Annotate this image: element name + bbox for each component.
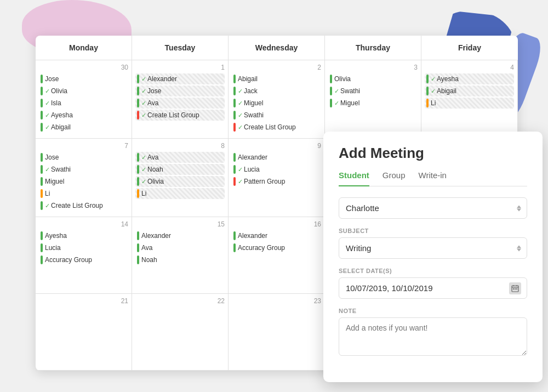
meeting-text: Abigail bbox=[238, 75, 258, 83]
calendar-icon[interactable] bbox=[509, 282, 521, 294]
meeting-indicator bbox=[137, 111, 139, 120]
meeting-item[interactable]: Accuracy Group bbox=[39, 254, 128, 265]
meeting-text: Create List Group bbox=[244, 123, 296, 131]
meeting-item[interactable]: ✓ Abigail bbox=[39, 122, 128, 133]
meeting-item[interactable]: Noah bbox=[135, 254, 225, 265]
meeting-text: Ava bbox=[147, 99, 158, 107]
svg-rect-6 bbox=[516, 288, 517, 289]
meeting-item[interactable]: ✓ Olivia bbox=[135, 176, 225, 187]
meeting-item[interactable]: Lucia bbox=[39, 242, 128, 253]
subject-select-wrapper[interactable]: Writing bbox=[339, 237, 527, 259]
meeting-item[interactable]: ✓ Ayesha bbox=[425, 73, 514, 84]
meeting-item[interactable]: ✓ Swathi bbox=[232, 110, 321, 121]
meeting-item[interactable]: Alexander bbox=[135, 230, 225, 241]
cal-day-w0-d4[interactable]: 4✓ Ayesha✓ AbigailLi bbox=[421, 60, 518, 139]
meeting-text: Lucia bbox=[244, 166, 260, 173]
meeting-item[interactable]: ✓ Create List Group bbox=[39, 200, 128, 211]
meeting-item[interactable]: Ava bbox=[135, 242, 225, 253]
dates-display[interactable]: 10/07/2019, 10/10/2019 bbox=[339, 278, 527, 298]
meeting-item[interactable]: ✓ Olivia bbox=[39, 86, 128, 96]
cal-day-w2-d0[interactable]: 14AyeshaLuciaAccuracy Group bbox=[36, 217, 132, 294]
subject-arrow-up-icon bbox=[517, 245, 521, 248]
meeting-item[interactable]: ✓ Jack bbox=[232, 86, 321, 96]
meeting-text: Abigail bbox=[51, 123, 71, 131]
note-textarea[interactable] bbox=[339, 317, 527, 356]
note-field: NOTE bbox=[339, 308, 527, 358]
cal-day-w1-d0[interactable]: 7Jose✓ SwathiMiguelLi✓ Create List Group bbox=[36, 139, 132, 217]
arrow-up-icon bbox=[517, 205, 521, 208]
meeting-item[interactable]: ✓ Jose bbox=[135, 86, 225, 96]
meeting-item[interactable]: Alexander bbox=[232, 230, 321, 241]
day-number: 23 bbox=[232, 297, 321, 305]
meeting-item[interactable]: Li bbox=[425, 98, 514, 109]
meeting-text: Accuracy Group bbox=[45, 256, 92, 264]
meeting-text: Ava bbox=[147, 154, 158, 161]
meeting-item[interactable]: ✓ Miguel bbox=[232, 98, 321, 109]
meeting-item[interactable]: Jose bbox=[39, 73, 128, 84]
checkmark-icon: ✓ bbox=[238, 166, 243, 173]
tab-group[interactable]: Group bbox=[383, 171, 406, 186]
cal-day-w1-d1[interactable]: 8✓ Ava✓ Noah✓ OliviaLi bbox=[132, 139, 229, 217]
cal-day-w0-d2[interactable]: 2Abigail✓ Jack✓ Miguel✓ Swathi✓ Create L… bbox=[229, 60, 325, 139]
cal-day-w0-d1[interactable]: 1✓ Alexander✓ Jose✓ Ava✓ Create List Gro… bbox=[132, 60, 229, 139]
meeting-item[interactable]: ✓ Swathi bbox=[328, 86, 418, 96]
meeting-indicator bbox=[41, 231, 43, 240]
meeting-item[interactable]: ✓ Abigail bbox=[425, 86, 514, 96]
meeting-indicator bbox=[233, 123, 236, 132]
meeting-item[interactable]: ✓ Ava bbox=[135, 98, 225, 109]
checkmark-icon: ✓ bbox=[45, 124, 50, 131]
meeting-item[interactable]: ✓ Noah bbox=[135, 164, 225, 175]
meeting-text: Swathi bbox=[51, 166, 71, 173]
checkmark-icon: ✓ bbox=[334, 100, 339, 107]
meeting-item[interactable]: Accuracy Group bbox=[232, 242, 321, 253]
meeting-item[interactable]: ✓ Alexander bbox=[135, 73, 225, 84]
meeting-indicator bbox=[330, 75, 332, 83]
meeting-item[interactable]: ✓ Swathi bbox=[39, 164, 128, 175]
cal-day-w0-d3[interactable]: 3Olivia✓ Swathi✓ Miguel bbox=[325, 60, 421, 139]
meeting-item[interactable]: ✓ Create List Group bbox=[135, 110, 225, 121]
cal-day-w2-d1[interactable]: 15AlexanderAvaNoah bbox=[132, 217, 229, 294]
cal-day-w3-d2[interactable]: 23 bbox=[229, 294, 325, 371]
day-number: 14 bbox=[39, 220, 128, 228]
tab-writein[interactable]: Write-in bbox=[419, 171, 447, 186]
meeting-item[interactable]: Ayesha bbox=[39, 230, 128, 241]
checkmark-icon: ✓ bbox=[238, 112, 243, 119]
cal-day-w3-d1[interactable]: 22 bbox=[132, 294, 229, 371]
cal-day-w0-d0[interactable]: 30Jose✓ Olivia✓ Isla✓ Ayesha✓ Abigail bbox=[36, 60, 132, 139]
tab-student[interactable]: Student bbox=[339, 171, 369, 186]
cal-day-w2-d2[interactable]: 16AlexanderAccuracy Group bbox=[229, 217, 325, 294]
student-select-display[interactable]: Charlotte bbox=[339, 198, 527, 218]
meeting-item[interactable]: ✓ Pattern Group bbox=[232, 176, 321, 187]
meeting-item[interactable]: Jose bbox=[39, 152, 128, 163]
meeting-item[interactable]: Abigail bbox=[232, 73, 321, 84]
meeting-item[interactable]: ✓ Isla bbox=[39, 98, 128, 109]
meeting-indicator bbox=[330, 87, 332, 95]
dates-wrapper[interactable]: 10/07/2019, 10/10/2019 bbox=[339, 277, 527, 299]
meeting-indicator bbox=[426, 87, 429, 95]
meeting-item[interactable]: Miguel bbox=[39, 176, 128, 187]
day-number: 9 bbox=[232, 142, 321, 150]
meeting-item[interactable]: ✓ Ava bbox=[135, 152, 225, 163]
meeting-indicator bbox=[41, 99, 43, 107]
meeting-item[interactable]: ✓ Lucia bbox=[232, 164, 321, 175]
cal-day-w1-d2[interactable]: 9Alexander✓ Lucia✓ Pattern Group bbox=[229, 139, 325, 217]
student-select-arrow bbox=[517, 205, 521, 211]
meeting-indicator bbox=[330, 99, 332, 107]
meeting-item[interactable]: Olivia bbox=[328, 73, 418, 84]
subject-select-display[interactable]: Writing bbox=[339, 238, 527, 258]
meeting-item[interactable]: ✓ Ayesha bbox=[39, 110, 128, 121]
meeting-item[interactable]: ✓ Miguel bbox=[328, 98, 418, 109]
day-number: 16 bbox=[232, 220, 321, 228]
cal-day-w3-d0[interactable]: 21 bbox=[36, 294, 132, 371]
subject-label: SUBJECT bbox=[339, 228, 527, 234]
subject-select-arrow bbox=[517, 245, 521, 251]
checkmark-icon: ✓ bbox=[45, 88, 50, 95]
meeting-indicator bbox=[426, 75, 429, 83]
meeting-item[interactable]: Li bbox=[135, 188, 225, 199]
meeting-item[interactable]: ✓ Create List Group bbox=[232, 122, 321, 133]
meeting-item[interactable]: Alexander bbox=[232, 152, 321, 163]
student-select-wrapper[interactable]: Charlotte bbox=[339, 197, 527, 219]
meeting-item[interactable]: Li bbox=[39, 188, 128, 199]
checkmark-icon: ✓ bbox=[334, 88, 339, 95]
meeting-text: Noah bbox=[141, 256, 157, 264]
